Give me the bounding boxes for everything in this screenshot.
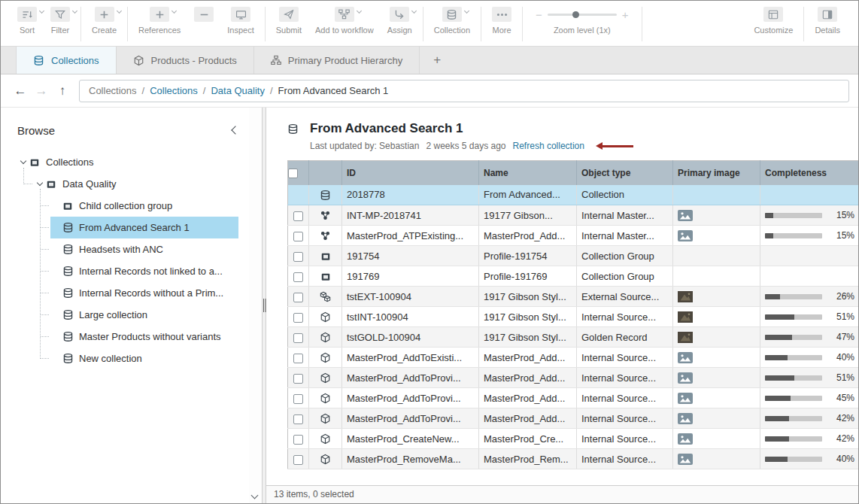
toolbar-more-button[interactable]: More — [485, 7, 518, 35]
completeness-value: 51% — [836, 372, 854, 383]
refresh-collection-link[interactable]: Refresh collection — [513, 141, 584, 151]
cell-id: tstGOLD-100904 — [342, 327, 479, 348]
tree-item-label: Data Quality — [61, 178, 117, 190]
toolbar-assign-button[interactable]: Assign — [381, 7, 419, 35]
tree-item-large-collection[interactable]: Large collection — [50, 304, 238, 326]
panel-splitter[interactable] — [262, 108, 266, 503]
zoom-control[interactable]: −+Zoom level (1x) — [527, 7, 638, 35]
tree-item-new-collection[interactable]: New collection — [50, 348, 238, 369]
tab-collections[interactable]: Collections — [16, 47, 117, 74]
collection-icon — [309, 185, 342, 205]
zoom-out-button[interactable]: − — [536, 9, 542, 20]
table-row[interactable]: tstINT-1009041917 Gibson Styl...Internal… — [288, 307, 859, 327]
cell-completeness: 47% — [760, 327, 859, 348]
toolbar-filter-button[interactable]: Filter — [44, 7, 77, 35]
toolbar-details-button[interactable]: Details — [808, 7, 847, 35]
row-checkbox[interactable] — [293, 211, 303, 221]
tree-expander[interactable] — [17, 159, 29, 165]
zoom-slider[interactable] — [548, 14, 617, 16]
table-row[interactable]: 2018778From Advanced...Collection — [288, 185, 859, 205]
row-checkbox[interactable] — [293, 232, 303, 241]
table-row[interactable]: MasterProd_AddToProvi...MasterProd_Add..… — [288, 388, 859, 408]
tab-bar: CollectionsProducts - ProductsPrimary Pr… — [1, 46, 858, 74]
column-header-id[interactable]: ID — [342, 161, 479, 185]
collapse-panel-icon[interactable] — [231, 126, 239, 134]
tab-primary-product-hierarchy[interactable]: Primary Product Hierarchy — [254, 47, 420, 74]
row-checkbox[interactable] — [293, 293, 303, 302]
completeness-value: 40% — [836, 352, 854, 363]
tree-item-label: Collections — [44, 156, 94, 168]
column-header-completeness[interactable]: Completeness — [760, 161, 859, 185]
table-row[interactable]: MasterProd_ATPExisting...MasterProd_Add.… — [288, 226, 859, 246]
tree-item-headsets-with-anc[interactable]: Headsets with ANC — [50, 238, 238, 260]
toolbar-references-button[interactable]: References — [132, 7, 187, 35]
tree-item-data-quality[interactable]: Data Quality — [34, 173, 238, 195]
table-row[interactable]: MasterProd_AddToProvi...MasterProd_Add..… — [288, 408, 859, 429]
cell-completeness: 40% — [760, 449, 859, 469]
row-checkbox[interactable] — [293, 455, 303, 465]
column-header-name[interactable]: Name — [479, 161, 577, 185]
breadcrumb[interactable]: Collections/Collections/Data Quality/Fro… — [79, 80, 849, 102]
toolbar-label: References — [138, 26, 181, 35]
table-row[interactable]: MasterProd_RemoveMa...MasterProd_Rem...I… — [288, 449, 859, 469]
sidebar-scrollbar[interactable] — [249, 108, 262, 503]
cell-completeness: 15% — [760, 205, 859, 226]
toolbar-create-button[interactable]: Create — [85, 7, 123, 35]
row-checkbox[interactable] — [293, 333, 303, 343]
tree-item-child-collection-group[interactable]: Child collection group — [50, 195, 238, 217]
tree-item-master-products-without-variants[interactable]: Master Products without variants — [50, 326, 238, 348]
table-row[interactable]: 191754Profile-191754Collection Group — [288, 246, 859, 266]
toolbar-submit-button[interactable]: Submit — [269, 7, 308, 35]
breadcrumb-segment[interactable]: Data Quality — [211, 85, 265, 96]
new-tab-button[interactable]: + — [420, 47, 454, 74]
row-checkbox[interactable] — [293, 272, 303, 282]
table-row[interactable]: MasterProd_CreateNew...MasterProd_Cre...… — [288, 429, 859, 449]
select-all-checkbox[interactable] — [288, 169, 298, 178]
up-button[interactable]: ↑ — [52, 83, 73, 99]
tree-item-internal-records-not-linked-to-a[interactable]: Internal Records not linked to a... — [50, 260, 238, 282]
table-row[interactable]: 191769Profile-191769Collection Group — [288, 266, 859, 287]
forward-button[interactable]: → — [31, 83, 52, 99]
tree-expander[interactable] — [34, 181, 46, 187]
column-header-object-type[interactable]: Object type — [577, 161, 673, 185]
row-checkbox[interactable] — [293, 414, 303, 424]
tree-item-collections[interactable]: Collections — [17, 151, 238, 173]
table-row[interactable]: tstGOLD-1009041917 Gibson Styl...Golden … — [288, 327, 859, 348]
results-table: IDNameObject typePrimary imageCompletene… — [287, 160, 858, 469]
completeness-value: 51% — [836, 311, 854, 322]
customize-icon — [763, 7, 783, 22]
row-checkbox[interactable] — [293, 394, 303, 404]
tree-item-internal-records-without-a-prim[interactable]: Internal Records without a Prim... — [50, 282, 238, 304]
back-button[interactable]: ← — [10, 83, 31, 99]
toolbar-inspect-button[interactable]: Inspect — [220, 7, 260, 35]
row-checkbox[interactable] — [293, 313, 303, 323]
table-row[interactable]: MasterProd_AddToProvi...MasterProd_Add..… — [288, 368, 859, 388]
expand-chevron-icon[interactable] — [37, 180, 43, 186]
toolbar-add-to-workflow-button[interactable]: Add to workflow — [308, 7, 381, 35]
toolbar-minus-icon-button[interactable] — [187, 7, 220, 35]
scroll-down-icon[interactable] — [251, 492, 259, 499]
row-checkbox[interactable] — [293, 435, 303, 445]
zoom-in-button[interactable]: + — [622, 9, 629, 20]
breadcrumb-segment[interactable]: Collections — [150, 85, 198, 96]
toolbar-sort-button[interactable]: Sort — [11, 7, 44, 35]
cubes-icon — [309, 287, 342, 307]
toolbar-collection-button[interactable]: Collection — [427, 7, 477, 35]
column-header-primary-image[interactable]: Primary image — [673, 161, 760, 185]
table-row[interactable]: MasterProd_AddToExisti...MasterProd_Add.… — [288, 348, 859, 368]
product-photo-thumbnail — [678, 332, 693, 343]
toolbar-group: ReferencesInspect — [128, 7, 266, 41]
cell-id: tstINT-100904 — [342, 307, 479, 327]
table-row[interactable]: tstEXT-1009041917 Gibson Styl...External… — [288, 287, 859, 307]
expand-chevron-icon[interactable] — [20, 158, 26, 164]
row-checkbox[interactable] — [293, 374, 303, 384]
tree-item-from-advanced-search-1[interactable]: From Advanced Search 1 — [50, 217, 238, 238]
toolbar-customize-button[interactable]: Customize — [747, 7, 800, 35]
row-checkbox[interactable] — [293, 252, 303, 262]
cube-icon — [309, 307, 342, 327]
tab-products-products[interactable]: Products - Products — [117, 47, 254, 74]
splitter-handle-icon[interactable] — [263, 299, 265, 312]
table-row[interactable]: INT-MP-201874119177 Gibson...Internal Ma… — [288, 205, 859, 226]
zoom-slider-handle[interactable] — [572, 11, 579, 18]
row-checkbox[interactable] — [293, 354, 303, 363]
